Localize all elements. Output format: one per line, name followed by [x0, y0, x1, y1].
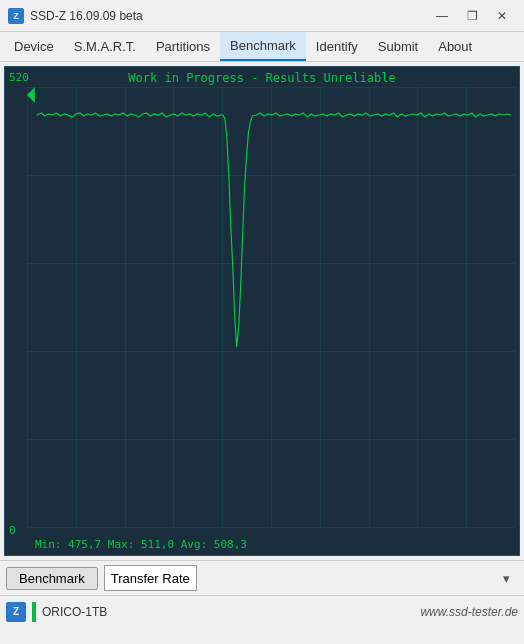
bottom-toolbar: Benchmark Transfer Rate Read Speed Write… [0, 560, 524, 595]
maximize-button[interactable]: ❐ [458, 5, 486, 27]
chart-waveform [27, 87, 515, 527]
chart-y-max: 520 [9, 71, 29, 84]
menu-about[interactable]: About [428, 32, 482, 61]
menu-identify[interactable]: Identify [306, 32, 368, 61]
status-app-icon: Z [6, 602, 26, 622]
chart-y-min: 0 [9, 524, 16, 537]
menu-smart[interactable]: S.M.A.R.T. [64, 32, 146, 61]
window-controls: — ❐ ✕ [428, 5, 516, 27]
benchmark-chart: Work in Progress - Results Unreliable 52… [4, 66, 520, 556]
title-bar: Z SSD-Z 16.09.09 beta — ❐ ✕ [0, 0, 524, 32]
chart-stats: Min: 475,7 Max: 511,0 Avg: 508,3 [35, 538, 247, 551]
transfer-type-selector[interactable]: Transfer Rate Read Speed Write Speed Acc… [104, 565, 518, 591]
menu-benchmark[interactable]: Benchmark [220, 32, 306, 61]
minimize-button[interactable]: — [428, 5, 456, 27]
app-icon: Z [8, 8, 24, 24]
menu-bar: Device S.M.A.R.T. Partitions Benchmark I… [0, 32, 524, 62]
chart-title: Work in Progress - Results Unreliable [128, 71, 395, 85]
menu-device[interactable]: Device [4, 32, 64, 61]
drive-activity-indicator [32, 602, 36, 622]
svg-marker-0 [27, 87, 35, 103]
app-title: SSD-Z 16.09.09 beta [30, 9, 428, 23]
menu-submit[interactable]: Submit [368, 32, 428, 61]
watermark: www.ssd-tester.de [420, 605, 518, 619]
close-button[interactable]: ✕ [488, 5, 516, 27]
menu-partitions[interactable]: Partitions [146, 32, 220, 61]
transfer-dropdown[interactable]: Transfer Rate Read Speed Write Speed Acc… [104, 565, 197, 591]
benchmark-button[interactable]: Benchmark [6, 567, 98, 590]
drive-name: ORICO-1TB [42, 605, 107, 619]
status-bar: Z ORICO-1TB www.ssd-tester.de [0, 595, 524, 627]
